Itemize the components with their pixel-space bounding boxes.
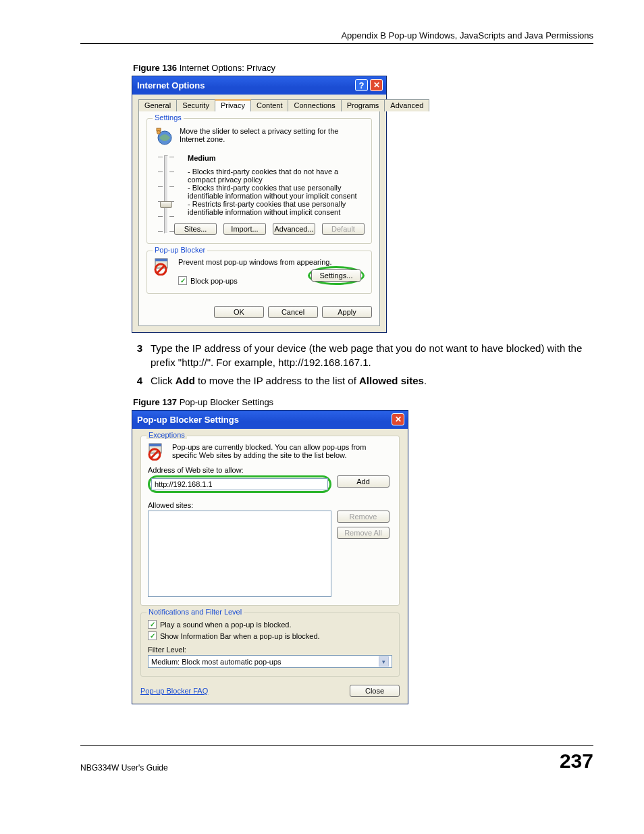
highlight-circle-icon <box>148 475 331 493</box>
appendix-header: Appendix B Pop-up Windows, JavaScripts a… <box>80 30 593 44</box>
settings-group-title: Settings <box>153 113 184 122</box>
figure-136-caption: Figure 136 Internet Options: Privacy <box>80 63 593 73</box>
pb-titlebar: Pop-up Blocker Settings ✕ <box>132 411 408 429</box>
step-4-text: Click Add to move the IP address to the … <box>151 373 427 388</box>
info-bar-checkbox[interactable]: ✓ <box>148 631 157 640</box>
tab-connections[interactable]: Connections <box>288 99 341 111</box>
allowed-sites-listbox[interactable] <box>148 511 331 597</box>
block-popups-checkbox[interactable]: ✓ <box>178 276 187 285</box>
privacy-globe-icon <box>154 126 173 146</box>
tab-programs[interactable]: Programs <box>341 99 385 111</box>
cancel-button[interactable]: Cancel <box>268 306 318 318</box>
privacy-slider[interactable] <box>157 154 176 216</box>
figure-137-label: Figure 137 <box>133 397 177 407</box>
sites-button[interactable]: Sites... <box>174 223 217 235</box>
pb-dialog-title: Pop-up Blocker Settings <box>137 415 239 425</box>
step-4-number: 4 <box>133 373 142 388</box>
close-button[interactable]: Close <box>350 685 400 697</box>
help-icon[interactable]: ? <box>355 79 368 91</box>
tab-privacy[interactable]: Privacy <box>215 99 251 111</box>
import-button[interactable]: Import... <box>223 223 266 235</box>
settings-group: Settings Move the slider to select a pri… <box>146 118 372 244</box>
privacy-desc-2: - Blocks third-party cookies that use pe… <box>188 184 365 200</box>
titlebar: Internet Options ? ✕ <box>132 76 386 95</box>
add-button[interactable]: Add <box>337 475 390 488</box>
exceptions-group: Exceptions Pop-ups are currently blocked… <box>140 436 400 606</box>
remove-all-button[interactable]: Remove All <box>337 527 390 539</box>
close-icon[interactable]: ✕ <box>370 79 383 91</box>
block-popups-label: Block pop-ups <box>190 277 238 285</box>
tabs: General Security Privacy Content Connect… <box>138 99 380 111</box>
popup-blocker-settings-dialog: Pop-up Blocker Settings ✕ Exceptions <box>132 410 408 704</box>
tab-security[interactable]: Security <box>176 99 215 111</box>
figure-137-title: Pop-up Blocker Settings <box>177 397 273 407</box>
tab-general[interactable]: General <box>138 99 177 111</box>
tab-advanced[interactable]: Advanced <box>384 99 429 111</box>
popup-blocker-desc: Prevent most pop-up windows from appeari… <box>178 258 365 266</box>
no-popup-icon <box>148 443 165 461</box>
address-input[interactable] <box>151 478 328 490</box>
privacy-desc-1: - Blocks third-party cookies that do not… <box>188 167 365 184</box>
exceptions-group-title: Exceptions <box>146 431 187 439</box>
page-number: 237 <box>560 750 593 773</box>
settings-instruction: Move the slider to select a privacy sett… <box>180 126 365 143</box>
popup-blocker-group: Pop-up Blocker Prevent most pop-up win <box>146 251 372 294</box>
popup-settings-button[interactable]: Settings... <box>311 269 361 282</box>
privacy-level: Medium <box>188 154 365 162</box>
tab-content[interactable]: Content <box>250 99 289 111</box>
highlight-circle-icon: Settings... <box>308 266 365 285</box>
remove-button[interactable]: Remove <box>337 511 390 523</box>
footer-guide-name: NBG334W User's Guide <box>80 763 168 773</box>
filter-level-value: Medium: Block most automatic pop-ups <box>151 658 281 666</box>
chevron-down-icon[interactable]: ▾ <box>379 656 389 667</box>
dialog-title: Internet Options <box>137 80 205 90</box>
popup-blocker-group-title: Pop-up Blocker <box>153 246 207 254</box>
svg-rect-8 <box>149 444 161 446</box>
notifications-group: Notifications and Filter Level ✓ Play a … <box>140 613 400 677</box>
slider-thumb[interactable] <box>160 201 172 208</box>
play-sound-label: Play a sound when a pop-up is blocked. <box>160 621 291 629</box>
close-icon[interactable]: ✕ <box>392 413 404 425</box>
svg-point-2 <box>157 131 161 134</box>
allowed-sites-label: Allowed sites: <box>148 501 392 509</box>
notifications-group-title: Notifications and Filter Level <box>146 608 244 616</box>
filter-level-select[interactable]: Medium: Block most automatic pop-ups ▾ <box>148 655 392 668</box>
default-button[interactable]: Default <box>322 223 365 235</box>
figure-136-label: Figure 136 <box>133 63 177 73</box>
privacy-desc-3: - Restricts first-party cookies that use… <box>188 200 365 216</box>
internet-options-dialog: Internet Options ? ✕ General Security Pr… <box>132 76 387 333</box>
ok-button[interactable]: OK <box>214 306 264 318</box>
step-3-text: Type the IP address of your device (the … <box>151 341 593 369</box>
advanced-button[interactable]: Advanced... <box>273 223 315 235</box>
figure-137-caption: Figure 137 Pop-up Blocker Settings <box>80 397 593 407</box>
step-3-number: 3 <box>133 341 142 369</box>
figure-136-title: Internet Options: Privacy <box>177 63 275 73</box>
address-label: Address of Web site to allow: <box>148 466 392 474</box>
exceptions-desc: Pop-ups are currently blocked. You can a… <box>172 443 392 459</box>
info-bar-label: Show Information Bar when a pop-up is bl… <box>160 632 320 640</box>
filter-level-label: Filter Level: <box>148 646 392 654</box>
play-sound-checkbox[interactable]: ✓ <box>148 620 157 629</box>
popup-faq-link[interactable]: Pop-up Blocker FAQ <box>140 687 208 695</box>
apply-button[interactable]: Apply <box>322 306 372 318</box>
no-popup-icon <box>154 258 171 276</box>
svg-rect-4 <box>155 259 167 261</box>
